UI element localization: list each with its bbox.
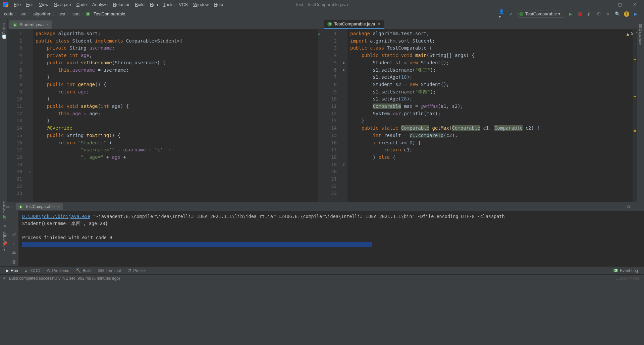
- breadcrumb-sep: 〉: [53, 11, 57, 17]
- menu-file[interactable]: File: [11, 1, 23, 8]
- close-tab-icon[interactable]: ×: [46, 22, 49, 27]
- vcs-update-icon[interactable]: ↙: [508, 11, 514, 17]
- menu-navigate[interactable]: Navigate: [51, 1, 73, 8]
- structure-tool-button[interactable]: ⬚ Structure: [2, 201, 6, 221]
- run-config-selector[interactable]: TestComparable ▾: [518, 10, 564, 18]
- tab-student[interactable]: C Student.java ×: [9, 20, 52, 29]
- menu-analyze[interactable]: Analyze: [90, 1, 110, 8]
- code-area-left[interactable]: 1234567891011121314151617181920212223 ↘ …: [8, 29, 322, 202]
- maximize-button[interactable]: ▢: [612, 0, 627, 9]
- code-with-me-icon[interactable]: ▶: [633, 11, 639, 17]
- code-content[interactable]: package algorithm.test.sort;import algor…: [347, 29, 633, 202]
- tab-bar-right: C TestComparable.java ×: [322, 19, 637, 29]
- profiler-tool-button[interactable]: ⏱ Profiler: [124, 268, 149, 273]
- menu-window[interactable]: Window: [191, 1, 211, 8]
- database-tool-button[interactable]: 🗄 Database: [639, 24, 643, 45]
- menu-tools[interactable]: Tools: [161, 1, 176, 8]
- code-content[interactable]: package algorithm.sort;public class Stud…: [33, 29, 318, 202]
- hide-run-icon[interactable]: —: [635, 204, 641, 210]
- watermark: CSDN @ 瞳孔: [615, 276, 641, 281]
- console-text: "-javaagent:E:\compiler\idea\IntelliJ ID…: [90, 214, 507, 219]
- add-user-icon[interactable]: 👤▾: [499, 11, 505, 17]
- stop-icon[interactable]: ■: [605, 11, 611, 17]
- status-message: Build completed successfully in 2 sec, 9…: [9, 276, 120, 281]
- close-tab-icon[interactable]: ×: [378, 21, 380, 26]
- console-output[interactable]: D:\JDK\jdk17\bin\java.exe "-javaagent:E:…: [19, 211, 644, 266]
- run-icon[interactable]: ▶: [568, 11, 574, 17]
- run-header: Run: ▶ TestComparable × ⚙ —: [0, 202, 644, 211]
- error-stripe[interactable]: ▲ 5 ^: [633, 29, 637, 202]
- run-tab-icon: ▶: [19, 205, 23, 209]
- help-badge-icon[interactable]: !: [624, 11, 629, 17]
- event-log-button[interactable]: 3 Event Log: [610, 268, 641, 273]
- editor-right: C TestComparable.java × 1234567891011121…: [322, 19, 637, 202]
- tw-toggle-icon[interactable]: ◰: [3, 276, 6, 281]
- close-button[interactable]: ✕: [627, 0, 642, 9]
- run-session-tab[interactable]: ▶ TestComparable ×: [16, 203, 63, 210]
- problems-tool-button[interactable]: ⊘ Problems: [44, 268, 72, 273]
- nav-up-icon[interactable]: ^: [636, 30, 637, 38]
- run-tool-button[interactable]: ▶ Run: [3, 268, 21, 273]
- console-text: Process finished with exit code 0: [22, 235, 112, 240]
- menu-view[interactable]: View: [36, 1, 51, 8]
- navigation-bar: code〉src〉algorithm〉test〉sort〉CTestCompar…: [0, 9, 644, 19]
- console-caret: [22, 242, 372, 247]
- close-run-tab-icon[interactable]: ×: [57, 204, 60, 209]
- intellij-logo-icon: [3, 2, 8, 7]
- coverage-icon[interactable]: ◧: [586, 11, 592, 17]
- build-tool-button[interactable]: 🔨 Build: [72, 268, 95, 273]
- class-icon: C: [86, 12, 90, 16]
- line-gutter: 1234567891011121314151617181920212223: [8, 29, 26, 202]
- menu-help[interactable]: Help: [211, 1, 226, 8]
- main-area: 📄 Project C Student.java × 1234567891011…: [0, 19, 644, 202]
- breadcrumb-sep: 〉: [15, 11, 19, 17]
- tab-label: TestComparable.java: [334, 21, 375, 26]
- menu-run[interactable]: Run: [147, 1, 161, 8]
- up-stack-icon[interactable]: ↑: [11, 213, 17, 220]
- clear-icon[interactable]: 🗑: [11, 258, 17, 265]
- menu-refactor[interactable]: Refactor: [110, 1, 132, 8]
- run-settings-icon[interactable]: ⚙: [626, 204, 632, 210]
- breadcrumb-code[interactable]: code: [3, 11, 15, 16]
- tab-testcomparable[interactable]: C TestComparable.java ×: [324, 20, 384, 29]
- tab-label: Student.java: [19, 22, 44, 27]
- favorites-tool-button[interactable]: ★ Favorites: [2, 231, 6, 252]
- project-tool-button[interactable]: 📄 Project: [1, 22, 6, 39]
- breadcrumb-algorithm[interactable]: algorithm: [32, 11, 53, 16]
- warning-indicator-icon: ▲: [627, 30, 629, 38]
- profiler-run-icon[interactable]: ⏱: [596, 11, 602, 17]
- code-area-right[interactable]: 1234567891011121314151617181920212223 ▶▶…: [322, 29, 637, 202]
- tab-bar-left: C Student.java ×: [8, 19, 322, 29]
- run-tool-window: Run: ▶ TestComparable × ⚙ — ▶ ■ ⬓ 📌 ↑ ↓ …: [0, 202, 644, 266]
- gutter-icons: ↘: [26, 29, 33, 202]
- run-toolbar-2: ↑ ↓ ⏎ ⤓ 🖶 🗑: [9, 211, 19, 266]
- jdk-path-link[interactable]: D:\JDK\jdk17\bin\java.exe: [22, 214, 90, 219]
- breadcrumb-src[interactable]: src: [19, 11, 28, 16]
- menu-build[interactable]: Build: [132, 1, 147, 8]
- scroll-end-icon[interactable]: ⤓: [11, 240, 17, 247]
- class-icon: C: [13, 22, 17, 27]
- search-icon[interactable]: 🔍: [614, 11, 621, 17]
- down-stack-icon[interactable]: ↓: [11, 222, 17, 229]
- run-tab-label: TestComparable: [25, 204, 54, 209]
- todo-tool-button[interactable]: ≡ TODO: [21, 268, 44, 273]
- breadcrumb-sep: 〉: [81, 11, 86, 17]
- menu-code[interactable]: Code: [74, 1, 90, 8]
- breadcrumb-TestComparable[interactable]: TestComparable: [92, 11, 127, 16]
- tool-stripe-right: 🗄 Database: [637, 19, 644, 202]
- debug-icon[interactable]: 🐞: [577, 11, 583, 17]
- minimize-button[interactable]: —: [597, 0, 612, 9]
- gutter-icons: ▶▶@: [341, 29, 347, 202]
- editor-split: C Student.java × 12345678910111213141516…: [7, 19, 637, 202]
- soft-wrap-icon[interactable]: ⏎: [11, 231, 17, 238]
- breadcrumb-test[interactable]: test: [57, 11, 67, 16]
- error-stripe[interactable]: ✔: [318, 29, 322, 202]
- warning-count: 5: [631, 30, 633, 38]
- menu-vcs[interactable]: VCS: [176, 1, 191, 8]
- breadcrumb-sort[interactable]: sort: [71, 11, 81, 16]
- terminal-tool-button[interactable]: ⌨ Terminal: [95, 268, 124, 273]
- breadcrumb-sep: 〉: [28, 11, 32, 17]
- breadcrumb-sep: 〉: [67, 11, 71, 17]
- menu-edit[interactable]: Edit: [23, 1, 36, 8]
- print-icon[interactable]: 🖶: [11, 249, 17, 256]
